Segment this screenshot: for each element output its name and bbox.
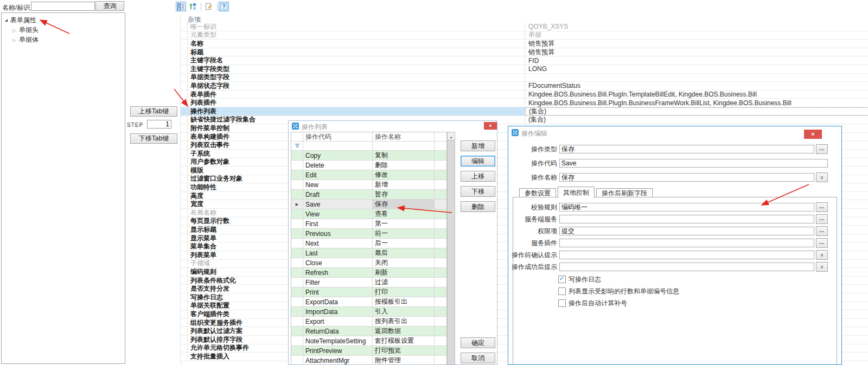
operation-name-cell[interactable]: 第一 — [373, 219, 435, 228]
operation-code-cell[interactable]: First — [303, 219, 373, 228]
property-row[interactable]: 主键字段类型LONG — [181, 65, 868, 74]
checkbox[interactable] — [558, 287, 566, 295]
query-button[interactable]: 查询 — [95, 1, 124, 11]
property-row[interactable]: 名称销售预算 — [181, 40, 868, 48]
tree-node-form-properties[interactable]: 表单属性 — [5, 16, 36, 25]
dialog-titlebar[interactable]: 操作编辑 × — [508, 126, 841, 139]
property-row[interactable]: 操作列表(集合) — [181, 107, 868, 116]
side-button-0[interactable]: 新增 — [461, 140, 495, 151]
side-button-3[interactable]: 下移 — [461, 186, 495, 197]
close-icon[interactable]: × — [484, 122, 497, 130]
property-row[interactable]: 表单插件Kingdee.BOS.Business.Bill.PlugIn.Tem… — [181, 91, 868, 99]
operation-name-cell[interactable]: 返回数据 — [373, 326, 435, 336]
field-input[interactable] — [559, 215, 814, 223]
operation-name-cell[interactable]: 关闭 — [373, 258, 435, 267]
operation-code-cell[interactable]: ExportData — [303, 297, 373, 306]
operation-row[interactable]: PrintPreview打印预览 — [291, 346, 446, 356]
operation-name-cell[interactable]: 过滤 — [373, 278, 435, 287]
operation-code-cell[interactable]: Close — [303, 258, 373, 267]
operation-name-cell[interactable]: 保存 — [373, 200, 435, 209]
operation-name-cell[interactable]: 按模板引出 — [373, 297, 435, 306]
operation-code-cell[interactable]: ImportData — [303, 307, 373, 316]
property-value[interactable]: (集合) — [525, 107, 868, 116]
tab-参数设置[interactable]: 参数设置 — [519, 188, 556, 197]
operation-name-cell[interactable]: 打印预览 — [373, 346, 435, 355]
collapsed-triangle-icon[interactable]: ▷ — [12, 28, 16, 33]
property-value[interactable]: QOYB_XSYS — [525, 23, 868, 31]
operation-row[interactable]: ImportData引入 — [291, 307, 446, 317]
column-header-code[interactable]: 操作代码 — [303, 132, 373, 141]
property-value[interactable]: (集合) — [525, 116, 868, 124]
tree-node-bill-head[interactable]: ▷ 单据头 — [12, 25, 39, 35]
search-input[interactable] — [31, 2, 95, 11]
side-button-4[interactable]: 删除 — [461, 201, 495, 212]
operation-row[interactable]: Save保存 — [291, 200, 446, 209]
property-row[interactable]: 主键字段名FID — [181, 56, 868, 65]
operation-code-cell[interactable]: AttachmentMgr — [303, 356, 373, 365]
expanded-triangle-icon[interactable] — [5, 19, 8, 22]
property-row[interactable]: 唯一标识QOYB_XSYS — [181, 23, 868, 31]
operation-code-cell[interactable]: Draft — [303, 190, 373, 199]
dropdown-icon[interactable]: ∨ — [816, 172, 828, 182]
property-value[interactable]: FID — [525, 56, 868, 65]
filter-row[interactable] — [291, 142, 446, 151]
operation-name-cell[interactable]: 新增 — [373, 180, 435, 189]
operation-code-cell[interactable]: Copy — [303, 151, 373, 160]
operation-name-cell[interactable]: 暂存 — [373, 190, 435, 199]
operation-name-cell[interactable]: 按列表引出 — [373, 317, 435, 326]
property-value[interactable]: 单据 — [525, 31, 868, 40]
operation-code-cell[interactable]: View — [303, 209, 373, 219]
move-up-tabkey-button[interactable]: 上移Tab键 — [130, 106, 177, 117]
checkbox[interactable] — [558, 276, 566, 283]
operation-row[interactable]: Previous前一 — [291, 229, 446, 239]
operation-row[interactable]: Last最后 — [291, 248, 446, 258]
categorized-view-icon[interactable] — [176, 2, 186, 11]
ellipsis-button[interactable]: … — [816, 144, 828, 154]
property-row[interactable]: 元素类型单据 — [181, 31, 868, 40]
operation-code-cell[interactable]: Delete — [303, 161, 373, 170]
field-input[interactable]: 保存 — [559, 145, 814, 153]
ellipsis-button[interactable]: … — [816, 214, 828, 224]
operation-row[interactable]: View查看 — [291, 209, 446, 219]
property-value[interactable]: 销售预算 — [525, 48, 868, 56]
operation-code-cell[interactable]: NoteTemplateSetting — [303, 336, 373, 345]
operation-name-cell[interactable]: 后一 — [373, 239, 435, 248]
tab-其他控制[interactable]: 其他控制 — [558, 187, 595, 198]
field-input[interactable]: Save — [559, 159, 828, 168]
operation-row[interactable]: Export按列表引出 — [291, 317, 446, 326]
operation-row[interactable]: NoteTemplateSetting套打模板设置 — [291, 336, 446, 346]
side-button-1[interactable]: 编辑 — [461, 156, 495, 167]
property-row[interactable]: 单据状态字段FDocumentStatus — [181, 82, 868, 91]
field-input[interactable] — [559, 239, 814, 247]
field-input[interactable] — [559, 251, 814, 259]
property-value[interactable]: Kingdee.BOS.Business.Bill.PlugIn.Busines… — [525, 99, 868, 107]
operation-row[interactable]: New新增 — [291, 180, 446, 190]
property-value[interactable]: LONG — [525, 65, 868, 73]
operation-name-cell[interactable]: 套打模板设置 — [373, 336, 435, 345]
operation-name-cell[interactable]: 修改 — [373, 170, 435, 180]
operation-name-cell[interactable]: 最后 — [373, 248, 435, 258]
help-icon[interactable]: ? — [219, 2, 229, 11]
operation-name-cell[interactable]: 附件管理 — [373, 356, 435, 365]
field-input[interactable]: 提交 — [559, 227, 814, 235]
operation-row[interactable]: Copy复制 — [291, 151, 446, 161]
operation-row[interactable]: Next后一 — [291, 239, 446, 248]
operation-code-cell[interactable]: Save — [303, 200, 373, 209]
operation-name-cell[interactable]: 删除 — [373, 161, 435, 170]
operation-row[interactable]: ReturnData返回数据 — [291, 326, 446, 336]
ellipsis-button[interactable]: … — [816, 226, 828, 236]
operation-row[interactable]: Filter过滤 — [291, 278, 446, 287]
operation-code-cell[interactable]: PrintPreview — [303, 346, 373, 355]
tab-操作后刷新字段[interactable]: 操作后刷新字段 — [596, 188, 653, 197]
operation-code-cell[interactable]: Last — [303, 248, 373, 258]
property-row[interactable]: 缺省快捷过滤字段集合(集合) — [181, 116, 868, 125]
field-input[interactable]: 保存 — [559, 173, 814, 182]
operation-code-cell[interactable]: Filter — [303, 278, 373, 287]
sort-alphabetical-icon[interactable] — [187, 2, 197, 11]
field-input[interactable]: 编码唯一 — [559, 203, 814, 212]
operation-code-cell[interactable]: Export — [303, 317, 373, 326]
operation-row[interactable]: Close关闭 — [291, 258, 446, 268]
operation-row[interactable]: Refresh刷新 — [291, 268, 446, 278]
property-row[interactable]: 标题销售预算 — [181, 48, 868, 57]
operation-row[interactable]: ExportData按模板引出 — [291, 297, 446, 307]
